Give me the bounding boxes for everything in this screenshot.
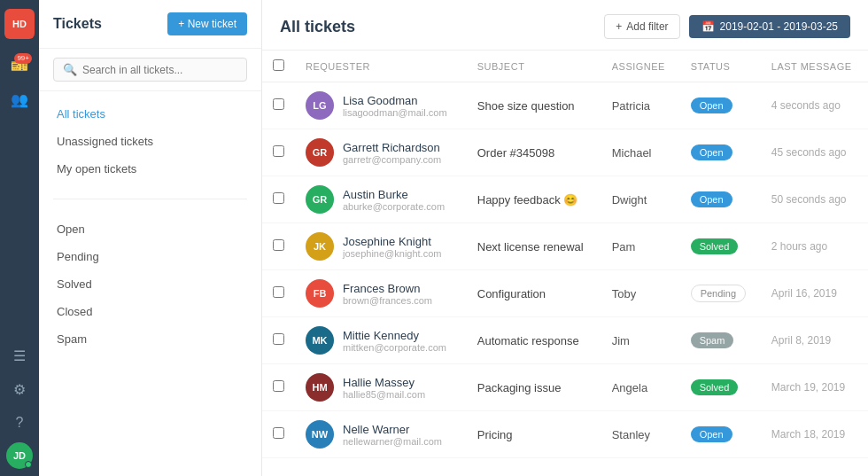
nav-divider (53, 199, 247, 199)
requester-info: Frances Brown brown@frances.com (343, 282, 432, 306)
status-badge: Open (691, 426, 732, 442)
assignee-cell: Pam (601, 223, 680, 270)
gear-icon: ⚙ (13, 381, 26, 398)
search-input[interactable] (82, 64, 237, 76)
help-icon: ? (16, 415, 24, 431)
requester-info: Mittie Kennedy mittken@corporate.com (343, 329, 446, 353)
last-message-cell: 4 seconds ago (761, 82, 868, 129)
app-logo: HD (4, 9, 35, 39)
status-badge: Open (691, 191, 732, 207)
assignee-cell: Dwight (601, 176, 680, 223)
requester-avatar: FB (306, 279, 334, 308)
status-badge: Solved (691, 238, 739, 254)
help-nav-icon[interactable]: ? (5, 409, 34, 437)
row-checkbox[interactable] (273, 239, 284, 251)
row-checkbox[interactable] (273, 333, 284, 345)
requester-cell: FB Frances Brown brown@frances.com (295, 270, 467, 317)
user-avatar[interactable]: JD (6, 442, 33, 469)
requester-name: Josephine Knight (343, 235, 441, 248)
table-row[interactable]: GR Austin Burke aburke@corporate.com Hap… (262, 176, 868, 223)
sidebar-item-all-tickets[interactable]: All tickets (39, 100, 261, 128)
sidebar-item-pending[interactable]: Pending (39, 243, 261, 270)
requester-name: Garrett Richardson (343, 141, 441, 154)
requester-name: Mittie Kennedy (343, 329, 446, 342)
requester-name: Austin Burke (343, 188, 445, 201)
plus-icon: + (616, 20, 622, 33)
last-message-cell: 45 seconds ago (761, 129, 868, 176)
select-all-checkbox[interactable] (273, 59, 284, 71)
gear-nav-icon[interactable]: ⚙ (5, 375, 34, 403)
calendar-icon: 📅 (701, 20, 715, 33)
new-ticket-button[interactable]: + New ticket (167, 12, 247, 35)
search-input-wrap: 🔍 (53, 58, 247, 82)
status-cell: Open (680, 411, 761, 458)
secondary-sidebar: Tickets + New ticket 🔍 All tickets Unass… (39, 0, 262, 476)
nav-section-filters: Open Pending Solved Closed Spam (39, 207, 261, 362)
sidebar-header: Tickets + New ticket (39, 0, 261, 49)
sidebar-item-closed[interactable]: Closed (39, 298, 261, 325)
row-checkbox-cell (262, 82, 295, 129)
sidebar-item-spam[interactable]: Spam (39, 325, 261, 353)
status-cell: Open (680, 129, 761, 176)
row-checkbox[interactable] (273, 380, 284, 392)
requester-cell: NW Nelle Warner nellewarner@mail.com (295, 411, 467, 458)
tickets-table: REQUESTER SUBJECT ASSIGNEE STATUS LAST M… (262, 51, 868, 458)
row-checkbox[interactable] (273, 286, 284, 298)
subject-cell: Pricing (467, 411, 601, 458)
status-badge: Open (691, 98, 732, 113)
requester-avatar: MK (306, 326, 334, 355)
filter-bar: + Add filter 📅 2019-02-01 - 2019-03-25 (604, 14, 850, 39)
requester-info: Josephine Knight josephine@knight.com (343, 235, 441, 259)
assignee-cell: Michael (601, 129, 680, 176)
row-checkbox[interactable] (273, 145, 284, 157)
sidebar-item-my-open[interactable]: My open tickets (39, 155, 261, 183)
requester-avatar: GR (306, 185, 334, 214)
people-nav-icon[interactable]: 👥 (5, 85, 34, 113)
table-row[interactable]: JK Josephine Knight josephine@knight.com… (262, 223, 868, 270)
requester-info: Austin Burke aburke@corporate.com (343, 188, 445, 212)
status-cell: Open (680, 82, 761, 129)
sidebar-item-solved[interactable]: Solved (39, 270, 261, 298)
add-filter-label: Add filter (626, 20, 668, 33)
assignee-cell: Jim (601, 317, 680, 364)
requester-email: lisagoodman@mail.com (343, 107, 447, 118)
requester-cell: JK Josephine Knight josephine@knight.com (295, 223, 467, 270)
row-checkbox[interactable] (273, 192, 284, 204)
assignee-cell: Patricia (601, 82, 680, 129)
row-checkbox[interactable] (273, 427, 284, 439)
requester-avatar: HM (306, 373, 334, 402)
main-header: All tickets + Add filter 📅 2019-02-01 - … (262, 0, 868, 51)
requester-info: Garrett Richardson garretr@company.com (343, 141, 441, 165)
col-requester: REQUESTER (295, 51, 467, 82)
table-row[interactable]: MK Mittie Kennedy mittken@corporate.com … (262, 317, 868, 364)
subject-cell: Packaging issue (467, 364, 601, 411)
sidebar-item-unassigned[interactable]: Unassigned tickets (39, 128, 261, 155)
table-row[interactable]: FB Frances Brown brown@frances.com Confi… (262, 270, 868, 317)
tickets-nav-icon[interactable]: 🎫 99+ (5, 51, 34, 80)
requester-info: Lisa Goodman lisagoodman@mail.com (343, 94, 447, 118)
requester-avatar: LG (306, 91, 334, 120)
table-row[interactable]: HM Hallie Massey hallie85@mail.com Packa… (262, 364, 868, 411)
date-filter-button[interactable]: 📅 2019-02-01 - 2019-03-25 (689, 15, 850, 38)
list-nav-icon[interactable]: ☰ (5, 341, 34, 370)
table-row[interactable]: GR Garrett Richardson garretr@company.co… (262, 129, 868, 176)
table-row[interactable]: NW Nelle Warner nellewarner@mail.com Pri… (262, 411, 868, 458)
table-row[interactable]: LG Lisa Goodman lisagoodman@mail.com Sho… (262, 82, 868, 129)
subject-cell: Next license renewal (467, 223, 601, 270)
status-badge: Open (691, 144, 732, 160)
row-checkbox-cell (262, 411, 295, 458)
sidebar-title: Tickets (53, 16, 102, 32)
search-icon: 🔍 (63, 63, 77, 76)
status-badge: Spam (691, 332, 734, 348)
icon-sidebar: HD 🎫 99+ 👥 ☰ ⚙ ? JD (0, 0, 39, 476)
assignee-cell: Toby (601, 270, 680, 317)
requester-avatar: GR (306, 138, 334, 167)
col-subject: SUBJECT (467, 51, 601, 82)
requester-cell: LG Lisa Goodman lisagoodman@mail.com (295, 82, 467, 129)
row-checkbox[interactable] (273, 98, 284, 110)
sidebar-item-open[interactable]: Open (39, 215, 261, 243)
add-filter-button[interactable]: + Add filter (604, 14, 679, 39)
people-icon: 👥 (11, 91, 28, 108)
subject-cell: Happy feedback 😊 (467, 176, 601, 223)
row-checkbox-cell (262, 223, 295, 270)
